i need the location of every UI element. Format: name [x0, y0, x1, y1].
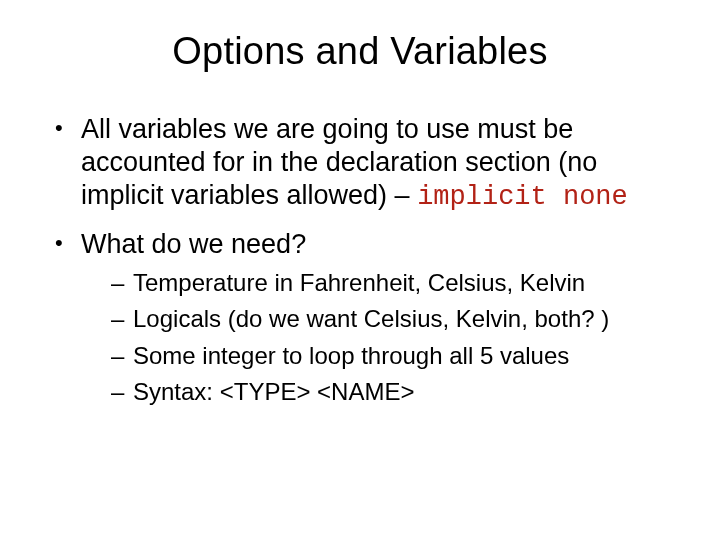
sub-bullet-item: Syntax: <TYPE> <NAME>	[111, 376, 665, 408]
sub-bullet-item: Logicals (do we want Celsius, Kelvin, bo…	[111, 303, 665, 335]
sub-bullet-list: Temperature in Fahrenheit, Celsius, Kelv…	[111, 267, 665, 409]
bullet-item: What do we need? Temperature in Fahrenhe…	[55, 228, 665, 409]
slide: Options and Variables All variables we a…	[0, 0, 720, 540]
sub-bullet-text: Syntax: <TYPE> <NAME>	[133, 378, 414, 405]
code-snippet: implicit none	[417, 182, 628, 212]
slide-title: Options and Variables	[55, 30, 665, 73]
sub-bullet-text: Temperature in Fahrenheit, Celsius, Kelv…	[133, 269, 585, 296]
bullet-text: What do we need?	[81, 229, 306, 259]
bullet-item: All variables we are going to use must b…	[55, 113, 665, 214]
bullet-list: All variables we are going to use must b…	[55, 113, 665, 408]
sub-bullet-item: Temperature in Fahrenheit, Celsius, Kelv…	[111, 267, 665, 299]
sub-bullet-text: Logicals (do we want Celsius, Kelvin, bo…	[133, 305, 609, 332]
sub-bullet-text: Some integer to loop through all 5 value…	[133, 342, 569, 369]
sub-bullet-item: Some integer to loop through all 5 value…	[111, 340, 665, 372]
